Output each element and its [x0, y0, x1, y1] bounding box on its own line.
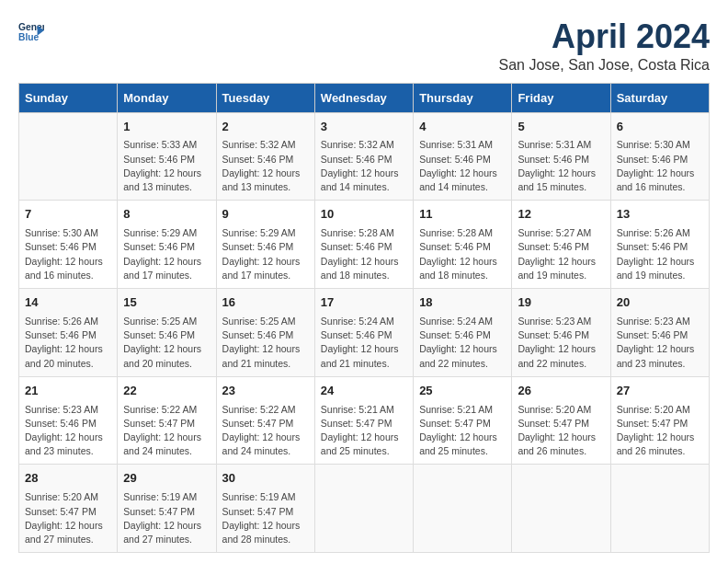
day-number: 7 — [25, 206, 111, 224]
col-thursday: Thursday — [414, 83, 512, 112]
day-info: Sunrise: 5:22 AM Sunset: 5:47 PM Dayligh… — [222, 403, 309, 459]
day-number: 8 — [123, 206, 210, 224]
calendar-header-row: Sunday Monday Tuesday Wednesday Thursday… — [19, 83, 710, 112]
table-row — [314, 465, 413, 553]
day-number: 4 — [419, 119, 506, 136]
day-number: 22 — [123, 383, 210, 400]
table-row: 6Sunrise: 5:30 AM Sunset: 5:46 PM Daylig… — [610, 112, 709, 201]
day-number: 29 — [123, 470, 210, 488]
col-saturday: Saturday — [610, 83, 709, 112]
table-row: 15Sunrise: 5:25 AM Sunset: 5:46 PM Dayli… — [118, 289, 216, 377]
table-row: 13Sunrise: 5:26 AM Sunset: 5:46 PM Dayli… — [610, 201, 709, 289]
col-monday: Monday — [118, 83, 216, 112]
day-info: Sunrise: 5:23 AM Sunset: 5:46 PM Dayligh… — [25, 403, 111, 459]
day-info: Sunrise: 5:28 AM Sunset: 5:46 PM Dayligh… — [419, 226, 506, 282]
table-row: 24Sunrise: 5:21 AM Sunset: 5:47 PM Dayli… — [314, 376, 413, 465]
calendar-week-row: 21Sunrise: 5:23 AM Sunset: 5:46 PM Dayli… — [19, 376, 710, 465]
table-row: 4Sunrise: 5:31 AM Sunset: 5:46 PM Daylig… — [414, 112, 512, 201]
day-number: 12 — [518, 206, 604, 224]
day-info: Sunrise: 5:20 AM Sunset: 5:47 PM Dayligh… — [25, 490, 111, 546]
day-info: Sunrise: 5:19 AM Sunset: 5:47 PM Dayligh… — [123, 490, 210, 546]
day-info: Sunrise: 5:22 AM Sunset: 5:47 PM Dayligh… — [123, 403, 210, 459]
page-subtitle: San Jose, San Jose, Costa Rica — [499, 57, 710, 74]
day-info: Sunrise: 5:30 AM Sunset: 5:46 PM Dayligh… — [25, 226, 111, 282]
table-row — [610, 465, 709, 553]
table-row: 25Sunrise: 5:21 AM Sunset: 5:47 PM Dayli… — [414, 376, 512, 465]
col-friday: Friday — [512, 83, 610, 112]
day-info: Sunrise: 5:31 AM Sunset: 5:46 PM Dayligh… — [419, 138, 506, 194]
calendar-table: Sunday Monday Tuesday Wednesday Thursday… — [18, 83, 710, 554]
day-info: Sunrise: 5:27 AM Sunset: 5:46 PM Dayligh… — [518, 226, 604, 282]
table-row: 23Sunrise: 5:22 AM Sunset: 5:47 PM Dayli… — [216, 376, 314, 465]
day-number: 6 — [617, 119, 703, 136]
title-area: April 2024 San Jose, San Jose, Costa Ric… — [499, 18, 710, 74]
day-number: 16 — [222, 294, 309, 312]
day-number: 19 — [518, 294, 604, 312]
day-number: 20 — [617, 294, 703, 312]
day-number: 21 — [25, 383, 111, 400]
day-info: Sunrise: 5:28 AM Sunset: 5:46 PM Dayligh… — [321, 226, 407, 282]
calendar-week-row: 28Sunrise: 5:20 AM Sunset: 5:47 PM Dayli… — [19, 465, 710, 553]
day-number: 13 — [617, 206, 703, 224]
day-number: 26 — [518, 383, 604, 400]
day-info: Sunrise: 5:29 AM Sunset: 5:46 PM Dayligh… — [222, 226, 309, 282]
day-info: Sunrise: 5:20 AM Sunset: 5:47 PM Dayligh… — [518, 403, 604, 459]
day-info: Sunrise: 5:23 AM Sunset: 5:46 PM Dayligh… — [518, 315, 604, 371]
day-number: 2 — [222, 119, 309, 136]
day-number: 24 — [321, 383, 407, 400]
day-info: Sunrise: 5:33 AM Sunset: 5:46 PM Dayligh… — [123, 138, 210, 194]
table-row — [19, 112, 118, 201]
day-number: 10 — [321, 206, 407, 224]
logo: General Blue — [18, 18, 44, 44]
table-row: 20Sunrise: 5:23 AM Sunset: 5:46 PM Dayli… — [610, 289, 709, 377]
day-info: Sunrise: 5:20 AM Sunset: 5:47 PM Dayligh… — [617, 403, 703, 459]
table-row: 9Sunrise: 5:29 AM Sunset: 5:46 PM Daylig… — [216, 201, 314, 289]
table-row: 5Sunrise: 5:31 AM Sunset: 5:46 PM Daylig… — [512, 112, 610, 201]
day-number: 1 — [123, 119, 210, 136]
day-info: Sunrise: 5:26 AM Sunset: 5:46 PM Dayligh… — [25, 315, 111, 371]
day-number: 25 — [419, 383, 506, 400]
table-row: 30Sunrise: 5:19 AM Sunset: 5:47 PM Dayli… — [216, 465, 314, 553]
table-row: 28Sunrise: 5:20 AM Sunset: 5:47 PM Dayli… — [19, 465, 118, 553]
table-row: 10Sunrise: 5:28 AM Sunset: 5:46 PM Dayli… — [314, 201, 413, 289]
col-sunday: Sunday — [19, 83, 118, 112]
table-row: 21Sunrise: 5:23 AM Sunset: 5:46 PM Dayli… — [19, 376, 118, 465]
day-number: 28 — [25, 470, 111, 488]
day-number: 15 — [123, 294, 210, 312]
table-row: 12Sunrise: 5:27 AM Sunset: 5:46 PM Dayli… — [512, 201, 610, 289]
day-info: Sunrise: 5:21 AM Sunset: 5:47 PM Dayligh… — [321, 403, 407, 459]
col-tuesday: Tuesday — [216, 83, 314, 112]
table-row: 7Sunrise: 5:30 AM Sunset: 5:46 PM Daylig… — [19, 201, 118, 289]
day-info: Sunrise: 5:21 AM Sunset: 5:47 PM Dayligh… — [419, 403, 506, 459]
col-wednesday: Wednesday — [314, 83, 413, 112]
table-row: 27Sunrise: 5:20 AM Sunset: 5:47 PM Dayli… — [610, 376, 709, 465]
day-number: 17 — [321, 294, 407, 312]
day-info: Sunrise: 5:32 AM Sunset: 5:46 PM Dayligh… — [222, 138, 309, 194]
day-info: Sunrise: 5:26 AM Sunset: 5:46 PM Dayligh… — [617, 226, 703, 282]
table-row: 29Sunrise: 5:19 AM Sunset: 5:47 PM Dayli… — [118, 465, 216, 553]
table-row: 8Sunrise: 5:29 AM Sunset: 5:46 PM Daylig… — [118, 201, 216, 289]
day-info: Sunrise: 5:32 AM Sunset: 5:46 PM Dayligh… — [321, 138, 407, 194]
day-number: 23 — [222, 383, 309, 400]
day-number: 27 — [617, 383, 703, 400]
day-info: Sunrise: 5:25 AM Sunset: 5:46 PM Dayligh… — [123, 315, 210, 371]
table-row: 2Sunrise: 5:32 AM Sunset: 5:46 PM Daylig… — [216, 112, 314, 201]
day-number: 9 — [222, 206, 309, 224]
svg-text:Blue: Blue — [18, 32, 40, 42]
day-number: 5 — [518, 119, 604, 136]
day-info: Sunrise: 5:23 AM Sunset: 5:46 PM Dayligh… — [617, 315, 703, 371]
day-info: Sunrise: 5:31 AM Sunset: 5:46 PM Dayligh… — [518, 138, 604, 194]
day-number: 30 — [222, 470, 309, 488]
day-number: 3 — [321, 119, 407, 136]
table-row — [414, 465, 512, 553]
table-row: 1Sunrise: 5:33 AM Sunset: 5:46 PM Daylig… — [118, 112, 216, 201]
table-row: 19Sunrise: 5:23 AM Sunset: 5:46 PM Dayli… — [512, 289, 610, 377]
day-info: Sunrise: 5:29 AM Sunset: 5:46 PM Dayligh… — [123, 226, 210, 282]
day-info: Sunrise: 5:19 AM Sunset: 5:47 PM Dayligh… — [222, 490, 309, 546]
calendar-week-row: 14Sunrise: 5:26 AM Sunset: 5:46 PM Dayli… — [19, 289, 710, 377]
table-row: 14Sunrise: 5:26 AM Sunset: 5:46 PM Dayli… — [19, 289, 118, 377]
day-info: Sunrise: 5:25 AM Sunset: 5:46 PM Dayligh… — [222, 315, 309, 371]
table-row: 22Sunrise: 5:22 AM Sunset: 5:47 PM Dayli… — [118, 376, 216, 465]
table-row: 26Sunrise: 5:20 AM Sunset: 5:47 PM Dayli… — [512, 376, 610, 465]
page-title: April 2024 — [499, 18, 710, 55]
